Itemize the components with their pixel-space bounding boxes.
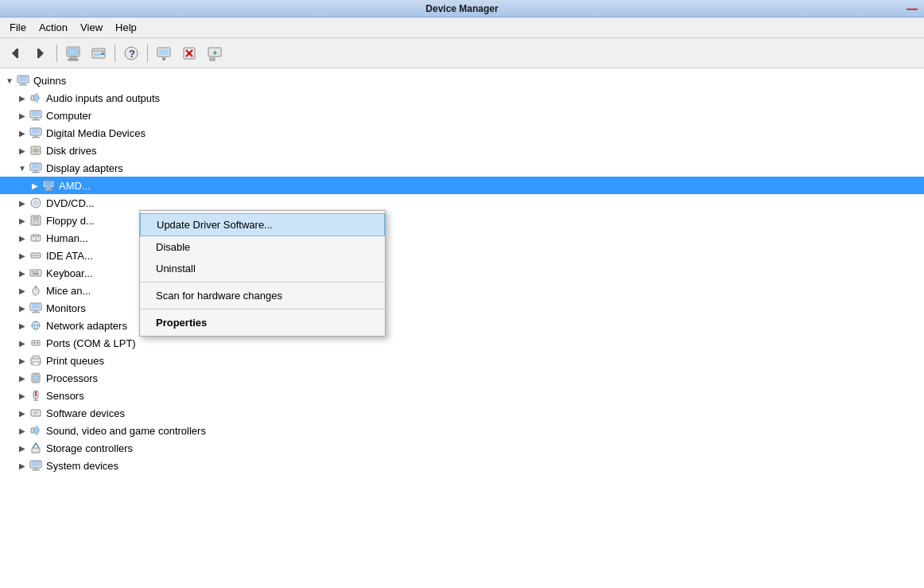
floppy-label: Floppy d... xyxy=(46,215,95,227)
uninstall-button[interactable] xyxy=(177,42,201,64)
tree-item-print[interactable]: ▶ Print queues xyxy=(0,352,924,369)
tree-item-sensors[interactable]: ▶ Sensors xyxy=(0,387,924,404)
forward-button[interactable] xyxy=(29,42,52,64)
expand-processors-icon[interactable]: ▶ xyxy=(16,372,29,384)
svg-rect-78 xyxy=(33,342,35,344)
menu-file[interactable]: File xyxy=(3,20,33,35)
menu-action[interactable]: Action xyxy=(33,20,74,35)
print-icon xyxy=(29,353,43,368)
svg-rect-3 xyxy=(37,49,39,58)
svg-rect-103 xyxy=(33,468,38,469)
tree-item-dvd[interactable]: ▶ DVD/CD... xyxy=(0,194,924,212)
tree-item-ports[interactable]: ▶ Ports (COM & LPT) xyxy=(0,334,924,352)
audio-label: Audio inputs and outputs xyxy=(46,92,160,104)
svg-rect-71 xyxy=(32,304,40,309)
svg-rect-10 xyxy=(94,53,100,56)
tree-item-disk[interactable]: ▶ Disk drives xyxy=(0,142,924,159)
tree-item-software[interactable]: ▶ Software devices xyxy=(0,404,924,422)
monitors-label: Monitors xyxy=(46,302,86,314)
main-content[interactable]: ▼ Quinns ▶ Audio inputs and outputs ▶ Co… xyxy=(0,68,924,588)
svg-marker-0 xyxy=(12,49,17,58)
svg-rect-15 xyxy=(159,49,169,55)
mice-icon xyxy=(29,283,43,298)
expand-network-icon[interactable]: ▶ xyxy=(16,319,29,332)
storage-label: Storage controllers xyxy=(46,442,133,454)
svg-rect-32 xyxy=(33,118,38,119)
expand-software-icon[interactable]: ▶ xyxy=(16,407,29,419)
digitalmedia-label: Digital Media Devices xyxy=(46,127,146,139)
ctx-properties[interactable]: Properties xyxy=(140,312,385,333)
expand-computer-icon[interactable]: ▶ xyxy=(16,109,29,122)
ctx-scan[interactable]: Scan for hardware changes xyxy=(140,285,385,306)
expand-print-icon[interactable]: ▶ xyxy=(16,354,29,367)
tree-item-display[interactable]: ▼ Display adapters xyxy=(0,159,924,177)
tree-item-digital-media[interactable]: ▶ Digital Media Devices xyxy=(0,124,924,142)
expand-monitors-icon[interactable]: ▶ xyxy=(16,302,29,314)
network-icon xyxy=(29,318,43,333)
expand-dvd-icon[interactable]: ▶ xyxy=(16,197,29,209)
svg-marker-29 xyxy=(34,93,37,103)
svg-marker-2 xyxy=(39,49,44,58)
collapse-root-icon[interactable]: ▼ xyxy=(3,74,16,87)
ctx-update-driver[interactable]: Update Driver Software... xyxy=(140,213,385,236)
expand-storage-icon[interactable]: ▶ xyxy=(16,442,29,454)
ctx-uninstall[interactable]: Uninstall xyxy=(140,258,385,279)
hid-icon xyxy=(29,231,43,245)
expand-amd-icon[interactable]: ▶ xyxy=(29,179,41,192)
scan-button[interactable] xyxy=(152,42,176,64)
tree-root[interactable]: ▼ Quinns xyxy=(0,72,924,89)
tree-item-system[interactable]: ▶ System devices xyxy=(0,457,924,474)
svg-rect-44 xyxy=(32,172,40,173)
expand-audio-icon[interactable]: ▶ xyxy=(16,92,29,104)
expand-digitalmedia-icon[interactable]: ▶ xyxy=(16,127,29,139)
help-button[interactable]: ? xyxy=(119,42,143,64)
expand-system-icon[interactable]: ▶ xyxy=(16,459,29,472)
svg-rect-92 xyxy=(35,391,37,396)
expand-disk-icon[interactable]: ▶ xyxy=(16,144,29,157)
disk-label: Disk drives xyxy=(46,145,97,157)
add-button[interactable]: + xyxy=(203,42,227,64)
tree-item-computer[interactable]: ▶ Computer xyxy=(0,107,924,124)
toolbar: ? + xyxy=(0,38,924,68)
close-button[interactable]: — xyxy=(907,2,918,15)
audio-icon xyxy=(29,91,43,105)
back-button[interactable] xyxy=(3,42,27,64)
svg-rect-59 xyxy=(33,255,34,256)
tree-item-storage[interactable]: ▶ Storage controllers xyxy=(0,439,924,457)
svg-rect-66 xyxy=(33,274,39,275)
tree-item-amd[interactable]: ▶ AMD... xyxy=(0,177,924,194)
software-label: Software devices xyxy=(46,407,125,419)
expand-sound-icon[interactable]: ▶ xyxy=(16,424,29,437)
svg-rect-27 xyxy=(19,84,27,86)
expand-ports-icon[interactable]: ▶ xyxy=(16,337,29,349)
update-driver-button[interactable] xyxy=(87,42,111,64)
print-label: Print queues xyxy=(46,355,104,367)
menu-help[interactable]: Help xyxy=(109,20,143,35)
menu-view[interactable]: View xyxy=(74,20,109,35)
svg-rect-82 xyxy=(33,362,39,365)
expand-mice-icon[interactable]: ▶ xyxy=(16,284,29,297)
expand-ide-icon[interactable]: ▶ xyxy=(16,249,29,262)
tree-item-sound[interactable]: ▶ Sound, video and game controllers xyxy=(0,422,924,439)
expand-hid-icon[interactable]: ▶ xyxy=(16,232,29,244)
collapse-display-icon[interactable]: ▼ xyxy=(16,162,29,174)
ctx-disable[interactable]: Disable xyxy=(140,236,385,258)
svg-rect-43 xyxy=(33,170,38,172)
expand-keyboard-icon[interactable]: ▶ xyxy=(16,267,29,279)
tree-item-audio[interactable]: ▶ Audio inputs and outputs xyxy=(0,89,924,107)
svg-rect-100 xyxy=(32,448,40,453)
context-menu: Update Driver Software... Disable Uninst… xyxy=(139,210,386,337)
properties-button[interactable] xyxy=(61,42,85,64)
ide-icon xyxy=(29,248,43,263)
svg-rect-46 xyxy=(45,181,52,186)
expand-sensors-icon[interactable]: ▶ xyxy=(16,389,29,402)
expand-floppy-icon[interactable]: ▶ xyxy=(16,214,29,227)
svg-rect-104 xyxy=(32,469,40,471)
computer-icon2 xyxy=(29,108,43,123)
tree-item-processors[interactable]: ▶ Processors xyxy=(0,369,924,387)
svg-rect-25 xyxy=(19,76,27,81)
system-label: System devices xyxy=(46,460,118,472)
svg-rect-62 xyxy=(30,270,41,276)
window-title: Device Manager xyxy=(425,3,498,14)
monitors-icon xyxy=(29,301,43,315)
